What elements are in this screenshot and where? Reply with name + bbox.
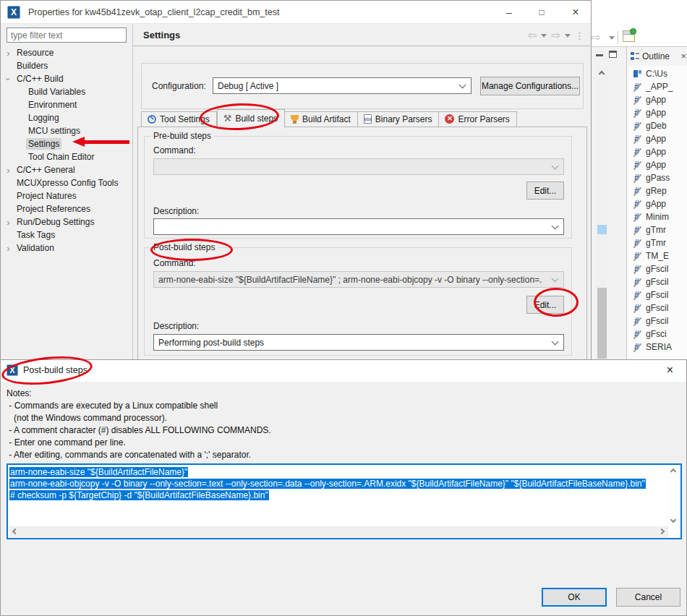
scroll-down-icon[interactable] <box>670 517 676 523</box>
command-line[interactable]: arm-none-eabi-objcopy -v -O binary --onl… <box>9 478 666 489</box>
outline-item[interactable]: gDeb <box>627 119 687 132</box>
properties-sidebar: ResourceBuildersC/C++ BuildBuild Variabl… <box>1 25 132 362</box>
outline-item[interactable]: gApp <box>627 158 687 171</box>
pin-editor-icon[interactable] <box>623 30 635 42</box>
scrollbar-thumb[interactable] <box>597 288 607 359</box>
pre-description-select[interactable] <box>153 218 564 235</box>
forward-dropdown-icon[interactable] <box>609 36 615 40</box>
outline-item[interactable]: gApp <box>627 197 687 210</box>
outline-item[interactable]: gFscil <box>627 301 687 315</box>
editor-scrollbar[interactable] <box>597 67 607 359</box>
pre-build-steps-group: Pre-build steps Command: Edit... Descrip… <box>144 136 572 239</box>
command-text-selected: arm-none-eabi-size "${BuildArtifactFileN… <box>9 467 188 477</box>
back-dropdown-icon[interactable] <box>541 34 547 38</box>
view-maximize-icon[interactable] <box>609 51 617 58</box>
ok-button[interactable]: OK <box>542 588 607 607</box>
sidebar-item-logging[interactable]: Logging <box>2 111 131 124</box>
outline-item[interactable]: gFscil <box>627 275 687 288</box>
outline-item[interactable]: gFscil <box>627 262 687 275</box>
post-edit-button[interactable]: Edit... <box>526 296 564 314</box>
outline-item-label: gRep <box>646 186 667 196</box>
post-description-select[interactable]: Performing post-build steps <box>153 334 564 351</box>
sidebar-item-project-references[interactable]: Project References <box>2 202 131 215</box>
sidebar-item-project-natures[interactable]: Project Natures <box>2 189 131 202</box>
outline-item[interactable]: gRep <box>627 184 687 197</box>
tree-expander-icon[interactable] <box>2 217 14 228</box>
command-line[interactable]: # checksum -p ${TargetChip} -d "${BuildA… <box>9 489 666 501</box>
tree-item-label: Validation <box>14 242 56 254</box>
dialog-titlebar[interactable]: X Post-build steps × <box>1 360 686 382</box>
manage-configurations-button[interactable]: Manage Configurations... <box>480 77 580 95</box>
forward-nav-icon[interactable]: ⇨ <box>592 31 601 44</box>
sidebar-item-tool-chain-editor[interactable]: Tool Chain Editor <box>2 150 131 163</box>
outline-item[interactable]: gApp <box>627 93 687 106</box>
outline-list: C:\Us_APP_gAppgAppgDebgAppgAppgAppgPassg… <box>627 67 687 354</box>
outline-item[interactable]: C:\Us <box>627 67 687 80</box>
scrollbar-up-icon[interactable] <box>599 71 605 77</box>
tab-tool-settings[interactable]: Tool Settings <box>141 111 217 127</box>
outline-item[interactable]: gFsci <box>627 328 687 341</box>
outline-item[interactable]: gApp <box>627 106 687 119</box>
outline-item[interactable]: gPass <box>627 171 687 184</box>
sidebar-item-c-c-general[interactable]: C/C++ General <box>2 163 131 176</box>
tab-build-steps[interactable]: ⚒Build steps <box>217 109 285 128</box>
outline-item[interactable]: Minim <box>627 210 687 223</box>
sidebar-item-mcu-settings[interactable]: MCU settings <box>2 124 131 137</box>
tree-expander-icon[interactable] <box>2 165 14 176</box>
maximize-button[interactable]: □ <box>531 5 552 20</box>
sidebar-item-builders[interactable]: Builders <box>2 59 131 72</box>
outline-item[interactable]: gTmr <box>627 236 687 249</box>
outline-item[interactable]: gFscil <box>627 288 687 301</box>
filter-input[interactable] <box>7 27 127 43</box>
minimize-button[interactable]: – <box>498 5 520 20</box>
outline-item[interactable]: gFscil <box>627 315 687 328</box>
forward-dropdown-icon[interactable] <box>565 34 571 38</box>
macro-define-icon <box>633 304 643 313</box>
outline-item-label: gApp <box>646 95 666 105</box>
pre-edit-button[interactable]: Edit... <box>526 181 564 200</box>
sidebar-item-environment[interactable]: Environment <box>2 98 131 111</box>
outline-item[interactable]: TM_E <box>627 249 687 262</box>
back-arrow-icon[interactable]: ⇦ <box>528 29 537 42</box>
scroll-up-icon[interactable] <box>670 469 676 474</box>
view-menu-icon[interactable]: ⋮ <box>575 30 584 41</box>
sidebar-item-c-c-build[interactable]: C/C++ Build <box>2 72 131 85</box>
tab-error-parsers[interactable]: ✕Error Parsers <box>439 111 516 127</box>
outline-item[interactable]: gApp <box>627 132 687 145</box>
sidebar-item-validation[interactable]: Validation <box>2 241 131 254</box>
close-button[interactable]: × <box>565 5 586 20</box>
outline-item[interactable]: _APP_ <box>627 80 687 93</box>
forward-arrow-icon[interactable]: ⇨ <box>551 29 560 42</box>
scroll-left-icon[interactable] <box>12 529 18 534</box>
dialog-notes: Notes: - Commands are executed by a Linu… <box>7 388 271 461</box>
outline-item[interactable]: SERIA <box>627 341 687 354</box>
cancel-button[interactable]: Cancel <box>616 588 680 607</box>
note-line: - After editing, commands are concatenat… <box>7 449 271 461</box>
macro-define-icon <box>633 174 643 183</box>
close-icon[interactable]: × <box>680 51 686 61</box>
sidebar-item-resource[interactable]: Resource <box>2 46 131 59</box>
sidebar-item-task-tags[interactable]: Task Tags <box>2 228 131 241</box>
tree-expander-icon[interactable] <box>2 48 14 59</box>
scroll-right-icon[interactable] <box>659 529 665 534</box>
post-command-select[interactable]: arm-none-eabi-size "${BuildArtifactFileN… <box>153 271 564 288</box>
sidebar-item-mcuxpresso-config-tools[interactable]: MCUXpresso Config Tools <box>2 176 131 189</box>
pre-command-select[interactable] <box>153 158 564 175</box>
vertical-scrollbar[interactable] <box>668 466 680 526</box>
tree-expander-icon[interactable] <box>2 243 14 254</box>
sidebar-item-settings[interactable]: Settings <box>2 137 131 150</box>
configuration-select[interactable]: Debug [ Active ] <box>213 77 471 94</box>
properties-titlebar[interactable]: X Properties for kw45b41zevk_otap_client… <box>1 1 591 24</box>
sidebar-item-run-debug-settings[interactable]: Run/Debug Settings <box>2 215 131 228</box>
sidebar-item-build-variables[interactable]: Build Variables <box>2 85 131 98</box>
close-icon[interactable]: × <box>667 364 673 377</box>
horizontal-scrollbar[interactable] <box>9 526 668 537</box>
tree-expander-icon[interactable] <box>2 74 14 85</box>
outline-item[interactable]: gApp <box>627 145 687 158</box>
view-minimize-icon[interactable] <box>596 54 603 56</box>
command-line[interactable]: arm-none-eabi-size "${BuildArtifactFileN… <box>9 466 666 478</box>
commands-textarea[interactable]: arm-none-eabi-size "${BuildArtifactFileN… <box>7 463 682 539</box>
outline-item[interactable]: gTmr <box>627 223 687 236</box>
tab-build-artifact[interactable]: Build Artifact <box>285 111 358 127</box>
tab-binary-parsers[interactable]: 010Binary Parsers <box>358 111 440 127</box>
